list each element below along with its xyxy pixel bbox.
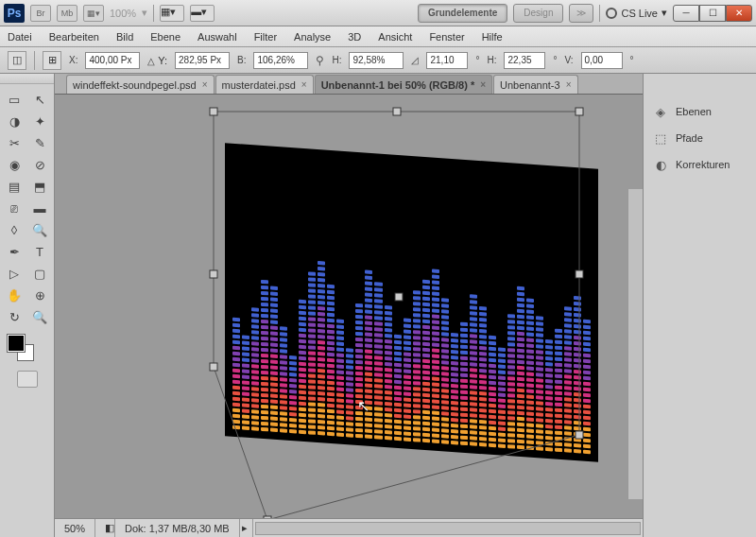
tool-2[interactable]: ◑ (2, 111, 26, 131)
close-tab-icon[interactable]: × (202, 79, 208, 90)
h-skew-field[interactable]: 22,35 (504, 52, 545, 69)
menu-auswahl[interactable]: Auswahl (198, 31, 237, 43)
statusbar: 50% ◧ Dok: 1,37 MB/8,30 MB ▸ (55, 518, 643, 537)
menu-datei[interactable]: Datei (8, 31, 32, 43)
cslive-button[interactable]: CS Live▾ (606, 7, 667, 19)
tool-1[interactable]: ↖ (27, 89, 52, 110)
menu-filter[interactable]: Filter (254, 31, 277, 43)
panel-icon: ◈ (653, 104, 668, 119)
canvas[interactable]: ↖ (55, 95, 643, 518)
zoom-percent[interactable]: 100% (110, 8, 136, 19)
menu-fenster[interactable]: Fenster (429, 31, 464, 43)
minimize-button[interactable]: ─ (673, 5, 699, 22)
tool-panel: ▭↖◑✦✂✎◉⊘▤⬒⎚▬◊🔍✒T▷▢✋⊕↻🔍 (0, 74, 55, 537)
svg-rect-9 (264, 516, 271, 518)
h-label: H: (332, 55, 341, 65)
tool-6[interactable]: ◉ (2, 154, 26, 175)
tool-11[interactable]: ▬ (27, 198, 52, 218)
tool-8[interactable]: ▤ (2, 176, 26, 197)
titlebar: Ps Br Mb ▦▾ 100% ▾ ▦▾ ▬▾ Grundelemente D… (0, 0, 756, 26)
status-arrow[interactable]: ▸ (240, 519, 253, 537)
doc-tab-1[interactable]: musterdatei.psd× (215, 75, 314, 94)
svg-rect-3 (393, 108, 401, 115)
document-tabs: windeffekt-soundpegel.psd×musterdatei.ps… (55, 74, 643, 95)
tool-5[interactable]: ✎ (27, 132, 52, 153)
foreground-color[interactable] (8, 335, 25, 352)
tool-4[interactable]: ✂ (2, 132, 26, 153)
right-panels: ◈Ebenen⬚Pfade◐Korrekturen (643, 74, 756, 537)
close-button[interactable]: ✕ (726, 5, 752, 22)
tool-7[interactable]: ⊘ (27, 154, 52, 175)
color-swatches[interactable] (2, 333, 52, 367)
horizontal-scrollbar[interactable] (255, 522, 641, 535)
h-field[interactable]: 92,58% (349, 52, 404, 69)
status-zoom[interactable]: 50% (55, 519, 95, 537)
doc-tab-0[interactable]: windeffekt-soundpegel.psd× (66, 75, 215, 94)
tool-13[interactable]: 🔍 (27, 219, 52, 240)
tool-10[interactable]: ⎚ (2, 198, 26, 218)
status-icon[interactable]: ◧ (95, 519, 115, 537)
tool-0[interactable]: ▭ (2, 89, 26, 110)
menu-ebene[interactable]: Ebene (150, 31, 180, 43)
menu-bearbeiten[interactable]: Bearbeiten (49, 31, 99, 43)
quickmask-button[interactable] (17, 371, 38, 388)
x-field[interactable]: 400,00 Px (85, 52, 140, 69)
tool-9[interactable]: ⬒ (27, 176, 52, 197)
panel-label: Korrekturen (676, 159, 730, 170)
w-field[interactable]: 106,26% (253, 52, 308, 69)
workspace-grundelemente[interactable]: Grundelemente (418, 4, 507, 23)
workspace-design[interactable]: Design (513, 4, 563, 23)
canvas-image (225, 143, 598, 462)
y-label: △ Y: (147, 55, 167, 66)
v-skew-field[interactable]: 0,00 (581, 52, 623, 69)
tool-14[interactable]: ✒ (2, 241, 26, 262)
tool-21[interactable]: 🔍 (27, 306, 52, 327)
angle-icon: ◿ (411, 55, 419, 65)
panel-pfade[interactable]: ⬚Pfade (644, 125, 756, 151)
svg-rect-5 (210, 270, 217, 278)
screenmode-button[interactable]: ▬▾ (190, 5, 215, 22)
menubar: Datei Bearbeiten Bild Ebene Auswahl Filt… (0, 26, 756, 47)
doc-tab-3[interactable]: Unbenannt-3× (493, 75, 577, 94)
angle-field[interactable]: 21,10 (426, 52, 468, 69)
v-label: V: (564, 55, 573, 65)
panel-ebenen[interactable]: ◈Ebenen (644, 98, 756, 125)
status-docsize[interactable]: Dok: 1,37 MB/8,30 MB (115, 519, 240, 537)
h2-label: H: (487, 55, 496, 65)
menu-ansicht[interactable]: Ansicht (378, 31, 412, 43)
close-tab-icon[interactable]: × (566, 79, 572, 90)
panel-korrekturen[interactable]: ◐Korrekturen (644, 151, 756, 178)
menu-analyse[interactable]: Analyse (294, 31, 331, 43)
panel-label: Pfade (676, 132, 703, 144)
view-extras-button[interactable]: ▦▾ (83, 5, 104, 22)
link-icon[interactable]: ⚲ (316, 54, 324, 67)
tool-17[interactable]: ▢ (27, 263, 52, 284)
workspace-more[interactable]: ≫ (569, 4, 593, 23)
tool-12[interactable]: ◊ (2, 219, 26, 240)
tool-18[interactable]: ✋ (2, 285, 26, 305)
reference-point-icon[interactable]: ⊞ (43, 51, 61, 70)
y-field[interactable]: 282,95 Px (175, 52, 230, 69)
close-tab-icon[interactable]: × (301, 79, 307, 90)
tool-15[interactable]: T (27, 241, 52, 262)
arrange-button[interactable]: ▦▾ (160, 5, 184, 22)
document-area: windeffekt-soundpegel.psd×musterdatei.ps… (55, 74, 643, 537)
vertical-scrollbar[interactable] (627, 189, 643, 499)
panel-icon: ◐ (653, 157, 668, 172)
transform-tool-icon[interactable]: ◫ (8, 51, 26, 70)
optionsbar: ◫ ⊞ X: 400,00 Px △ Y: 282,95 Px B: 106,2… (0, 47, 756, 74)
tool-3[interactable]: ✦ (27, 111, 52, 131)
minibridge-button[interactable]: Mb (57, 5, 77, 22)
bridge-button[interactable]: Br (30, 5, 51, 22)
menu-bild[interactable]: Bild (116, 31, 133, 43)
tool-20[interactable]: ↻ (2, 306, 26, 327)
doc-tab-2[interactable]: Unbenannt-1 bei 50% (RGB/8) *× (315, 75, 492, 94)
tool-19[interactable]: ⊕ (27, 285, 52, 305)
maximize-button[interactable]: ☐ (699, 5, 726, 22)
tool-16[interactable]: ▷ (2, 263, 26, 284)
menu-3d[interactable]: 3D (348, 31, 361, 43)
app-logo[interactable]: Ps (4, 4, 25, 23)
close-tab-icon[interactable]: × (480, 79, 486, 90)
menu-hilfe[interactable]: Hilfe (482, 31, 503, 43)
w-label: B: (237, 55, 246, 65)
